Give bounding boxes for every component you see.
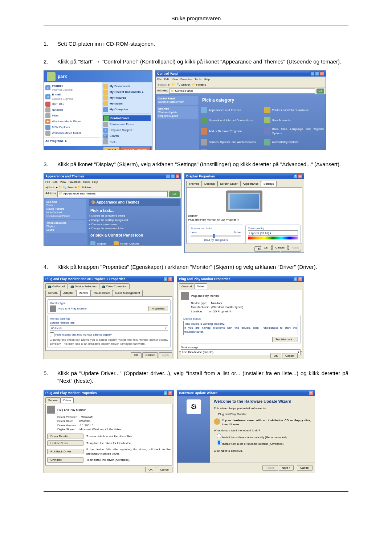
- apply-button[interactable]: Apply: [159, 352, 172, 358]
- task-resolution[interactable]: Change the screen resolution: [89, 227, 180, 230]
- uninstall-button[interactable]: Uninstall: [47, 457, 83, 463]
- tab-device-selection[interactable]: 📺 Device Selection: [68, 283, 99, 289]
- tab-general[interactable]: General: [45, 290, 61, 296]
- tab-troubleshoot[interactable]: Troubleshoot: [91, 290, 113, 296]
- start-item-wmp[interactable]: ▶Windows Media Player: [45, 119, 100, 124]
- cat-addremove[interactable]: Add or Remove Programs: [201, 127, 261, 135]
- cat-network[interactable]: Network and Internet Connections: [201, 117, 261, 123]
- switch-classic-link[interactable]: Switch to Classic View: [158, 100, 184, 103]
- cat-performance[interactable]: Performance and Maintenance: [201, 149, 261, 150]
- ok-button[interactable]: OK: [270, 353, 281, 358]
- help-icon[interactable]: ?: [163, 391, 168, 395]
- cat-regional[interactable]: Date, Time, Language, and Regional Optio…: [264, 127, 324, 135]
- start-item-paint[interactable]: Paint: [45, 113, 100, 118]
- minimize-icon[interactable]: _: [310, 71, 315, 76]
- ok-button[interactable]: OK: [145, 467, 156, 472]
- tab-color-mgmt[interactable]: Color Management: [113, 290, 143, 296]
- task-theme[interactable]: Change the computer's theme: [89, 214, 180, 218]
- start-item-email[interactable]: ✉E-mailOutlook Express: [45, 93, 100, 100]
- start-item-control-panel[interactable]: Control Panel: [103, 115, 151, 121]
- cancel-button[interactable]: Cancel: [272, 245, 288, 250]
- update-driver-button[interactable]: Update Driver...: [47, 440, 83, 446]
- address-input[interactable]: 📁 Appearance and Themes: [57, 191, 168, 197]
- tab-monitor[interactable]: Monitor: [76, 290, 91, 296]
- minimize-icon[interactable]: _: [166, 174, 170, 178]
- close-icon[interactable]: ×: [168, 391, 172, 395]
- tab-screensaver[interactable]: Screen Saver: [217, 181, 240, 186]
- up-button[interactable]: 📁: [172, 83, 175, 87]
- close-icon[interactable]: ×: [298, 277, 302, 281]
- refresh-rate-select[interactable]: 60 Hertz ▾: [50, 325, 168, 331]
- back-button[interactable]: ◀ Back: [157, 83, 167, 87]
- start-item-help[interactable]: ?Help and Support: [103, 128, 151, 133]
- folder-options-link[interactable]: Folder Options: [114, 241, 139, 246]
- cat-accessibility[interactable]: Accessibility Options: [264, 139, 324, 145]
- install-auto-radio[interactable]: [217, 434, 221, 438]
- driver-details-button[interactable]: Driver Details...: [47, 434, 83, 439]
- tab-adapter[interactable]: Adapter: [61, 290, 76, 296]
- troubleshoot-button[interactable]: Troubleshoot...: [272, 337, 298, 342]
- tab-general[interactable]: General: [45, 397, 61, 403]
- back-button[interactable]: < Back: [262, 465, 278, 471]
- color-quality-select[interactable]: Highest (32 bit) ▾: [248, 230, 298, 236]
- tab-color-correction[interactable]: 📺 Color Correction: [99, 283, 130, 289]
- help-support-link[interactable]: Help and Support: [158, 115, 178, 117]
- help-icon[interactable]: ?: [293, 174, 298, 178]
- cat-users[interactable]: User Accounts: [264, 117, 324, 123]
- windows-update-link[interactable]: Windows Update: [158, 111, 177, 114]
- tab-general[interactable]: General: [179, 283, 194, 289]
- apply-button[interactable]: Apply: [289, 245, 302, 250]
- start-item-mydocs[interactable]: My Documents: [103, 84, 151, 89]
- resolution-slider[interactable]: [191, 235, 241, 237]
- cat-sounds[interactable]: Sounds, Speech, and Audio Devices: [201, 139, 261, 145]
- search-button[interactable]: 🔍 Search: [177, 83, 191, 87]
- start-item-music[interactable]: My Music: [103, 101, 151, 106]
- tab-appearance[interactable]: Appearance: [240, 181, 261, 186]
- close-icon[interactable]: ×: [168, 277, 172, 281]
- tab-driver[interactable]: Driver: [194, 283, 207, 289]
- start-item-pics[interactable]: My Pictures: [103, 95, 151, 100]
- cat-appearance-themes[interactable]: Appearance and Themes: [201, 107, 261, 113]
- install-list-radio[interactable]: [217, 440, 221, 445]
- start-item-msn[interactable]: MSN Explorer: [45, 125, 100, 130]
- help-icon[interactable]: ?: [163, 277, 168, 281]
- back-button[interactable]: ◀ Back: [45, 185, 55, 189]
- tab-settings[interactable]: Settings: [261, 181, 277, 186]
- start-item-search[interactable]: 🔍Search: [103, 134, 151, 139]
- start-item-moviemaker[interactable]: Windows Movie Maker: [45, 131, 100, 136]
- ok-button[interactable]: OK: [261, 245, 271, 250]
- start-item-internet[interactable]: eInternetInternet Explorer: [45, 84, 100, 92]
- cancel-button[interactable]: Cancel: [142, 352, 158, 358]
- folders-button[interactable]: 📁 Folders: [192, 83, 206, 87]
- maximize-icon[interactable]: □: [315, 71, 319, 76]
- help-icon[interactable]: ?: [293, 277, 298, 281]
- cancel-button[interactable]: Cancel: [282, 353, 298, 358]
- properties-button[interactable]: Properties: [148, 306, 168, 311]
- display-icon-link[interactable]: Display: [90, 241, 106, 246]
- menubar[interactable]: File Edit View Favorites Tools Help: [156, 77, 326, 82]
- maximize-icon[interactable]: □: [171, 174, 175, 178]
- start-item-all-programs[interactable]: All Programs ▶: [45, 139, 100, 143]
- start-item-run[interactable]: Run...: [103, 139, 151, 144]
- go-button[interactable]: Go: [169, 191, 180, 197]
- close-icon[interactable]: ×: [175, 174, 180, 178]
- go-button[interactable]: Go: [317, 89, 324, 93]
- forward-button[interactable]: ▶: [168, 83, 170, 87]
- rollback-driver-button[interactable]: Roll Back Driver: [47, 449, 83, 454]
- cancel-button[interactable]: Cancel: [297, 465, 313, 471]
- cat-printers[interactable]: Printers and Other Hardware: [264, 107, 324, 113]
- start-item-mycomputer[interactable]: My Computer: [103, 107, 151, 112]
- close-icon[interactable]: ×: [320, 71, 324, 76]
- logoff-button[interactable]: Log Off: [103, 147, 119, 150]
- start-item-app1[interactable]: HCT 10.0: [45, 102, 100, 107]
- task-background[interactable]: Change the desktop background: [89, 218, 180, 222]
- close-icon[interactable]: ×: [298, 174, 302, 178]
- tab-themes[interactable]: Themes: [186, 181, 202, 186]
- turn-off-button[interactable]: Turn Off Computer: [120, 147, 151, 150]
- tab-driver[interactable]: Driver: [61, 397, 73, 403]
- cancel-button[interactable]: Cancel: [157, 467, 172, 472]
- hide-modes-checkbox[interactable]: [50, 332, 54, 337]
- close-icon[interactable]: ×: [309, 391, 313, 395]
- start-item-recent[interactable]: My Recent Documents ▸: [103, 90, 151, 95]
- address-input[interactable]: 📁 Control Panel: [169, 89, 315, 93]
